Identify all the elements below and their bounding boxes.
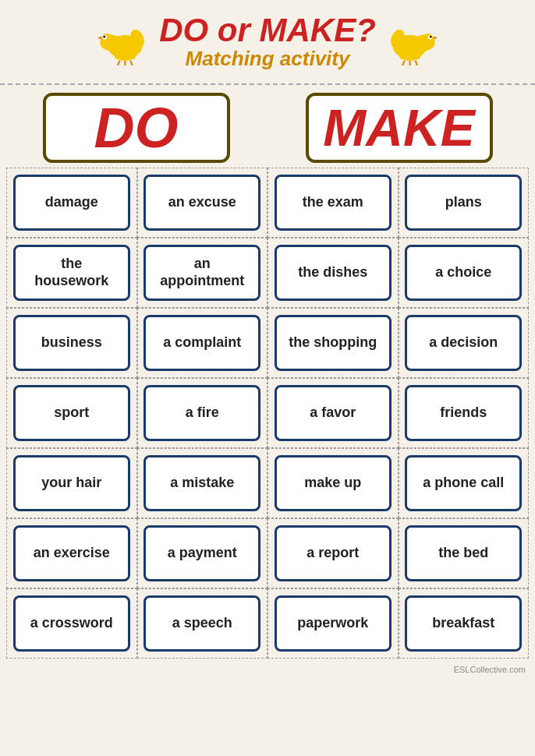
word-text: make up	[304, 475, 361, 492]
do-make-header: DO MAKE	[6, 93, 529, 163]
word-box[interactable]: the housework	[13, 245, 130, 301]
word-box[interactable]: a choice	[405, 245, 522, 301]
word-cell[interactable]: an appointment	[137, 238, 268, 308]
word-cell[interactable]: the housework	[6, 238, 137, 308]
word-text: paperwork	[297, 615, 368, 632]
word-text: friends	[440, 404, 487, 422]
word-box[interactable]: your hair	[13, 455, 130, 511]
word-box[interactable]: an appointment	[143, 245, 260, 301]
word-cell[interactable]: a mistake	[137, 448, 268, 518]
word-box[interactable]: business	[13, 315, 130, 371]
word-box[interactable]: breakfast	[405, 595, 522, 652]
word-box[interactable]: a phone call	[405, 455, 522, 511]
word-cell[interactable]: a decision	[399, 308, 530, 378]
word-cell[interactable]: the bed	[399, 518, 530, 588]
word-box[interactable]: the dishes	[275, 245, 392, 301]
word-cell[interactable]: a payment	[137, 518, 268, 588]
word-box[interactable]: sport	[13, 385, 130, 441]
footer-credit: ESLCollective.com	[0, 662, 535, 677]
word-box[interactable]: paperwork	[275, 595, 392, 652]
word-text: business	[41, 334, 102, 352]
word-text: a report	[306, 545, 359, 562]
word-text: a fire	[186, 404, 219, 422]
word-cell[interactable]: damage	[6, 168, 137, 238]
svg-point-17	[399, 51, 420, 60]
word-box[interactable]: a decision	[405, 315, 522, 371]
word-cell[interactable]: the exam	[268, 168, 399, 238]
page-header: DO or MAKE? Matching activity	[0, 0, 535, 79]
word-cell[interactable]: a phone call	[399, 448, 530, 518]
word-text: breakfast	[432, 615, 494, 632]
word-box[interactable]: a fire	[143, 385, 260, 441]
left-bird-icon	[97, 20, 151, 65]
word-cell[interactable]: a crossword	[6, 588, 137, 659]
word-text: an appointment	[154, 256, 250, 289]
word-text: the shopping	[289, 334, 377, 352]
word-cell[interactable]: a complaint	[137, 308, 268, 378]
word-box[interactable]: the exam	[275, 175, 392, 231]
word-box[interactable]: a speech	[143, 595, 260, 652]
word-cell[interactable]: breakfast	[399, 588, 530, 659]
do-label: DO	[94, 96, 179, 160]
word-cell[interactable]: a choice	[399, 238, 530, 308]
word-box[interactable]: a report	[275, 525, 392, 581]
make-card: MAKE	[306, 93, 493, 163]
word-text: the housework	[23, 256, 120, 289]
word-box[interactable]: plans	[405, 175, 522, 231]
word-cell[interactable]: friends	[399, 378, 530, 448]
word-cell[interactable]: sport	[6, 378, 137, 448]
word-box[interactable]: a crossword	[13, 595, 130, 652]
word-text: a payment	[168, 545, 237, 562]
word-cell[interactable]: the dishes	[268, 238, 399, 308]
word-box[interactable]: friends	[405, 385, 522, 441]
word-text: the bed	[438, 545, 488, 562]
word-cell[interactable]: your hair	[6, 448, 137, 518]
word-cell[interactable]: a fire	[137, 378, 268, 448]
word-text: a decision	[429, 334, 498, 352]
page-subtitle: Matching activity	[186, 47, 350, 71]
word-box[interactable]: make up	[275, 455, 392, 511]
main-content: DO MAKE damagean excusethe examplansthe …	[0, 90, 535, 662]
word-box[interactable]: the bed	[405, 525, 522, 581]
word-cell[interactable]: an exercise	[6, 518, 137, 588]
word-box[interactable]: an excuse	[143, 175, 260, 231]
word-cell[interactable]: a speech	[137, 588, 268, 659]
word-box[interactable]: damage	[13, 175, 130, 231]
word-text: an excuse	[168, 194, 236, 211]
right-bird-icon	[384, 20, 438, 65]
word-text: your hair	[41, 475, 101, 492]
svg-point-15	[430, 35, 432, 37]
word-box[interactable]: the shopping	[275, 315, 392, 371]
word-box[interactable]: a payment	[143, 525, 260, 581]
svg-point-2	[102, 34, 113, 44]
word-cell[interactable]: paperwork	[268, 588, 399, 659]
svg-line-20	[415, 60, 417, 65]
word-text: sport	[54, 404, 89, 422]
word-cell[interactable]: an excuse	[137, 168, 268, 238]
header-divider	[0, 83, 535, 85]
word-text: a favor	[310, 404, 356, 422]
word-box[interactable]: a favor	[275, 385, 392, 441]
word-cell[interactable]: plans	[399, 168, 530, 238]
do-card: DO	[43, 93, 230, 163]
word-grid: damagean excusethe examplansthe housewor…	[6, 168, 529, 659]
word-cell[interactable]: a favor	[268, 378, 399, 448]
svg-marker-5	[97, 36, 101, 39]
word-box[interactable]: a mistake	[143, 455, 260, 511]
word-cell[interactable]: the shopping	[268, 308, 399, 378]
word-text: the exam	[303, 194, 363, 211]
svg-point-4	[104, 35, 106, 37]
svg-point-6	[115, 51, 136, 60]
word-cell[interactable]: business	[6, 308, 137, 378]
word-cell[interactable]: a report	[268, 518, 399, 588]
svg-point-13	[423, 34, 434, 44]
page-title: DO or MAKE?	[159, 14, 376, 47]
word-text: a phone call	[423, 475, 504, 492]
word-box[interactable]: an exercise	[13, 525, 130, 581]
word-text: plans	[445, 194, 482, 211]
word-text: a mistake	[170, 475, 234, 492]
word-text: damage	[45, 194, 98, 211]
word-cell[interactable]: make up	[268, 448, 399, 518]
word-box[interactable]: a complaint	[143, 315, 260, 371]
word-text: the dishes	[298, 264, 367, 281]
